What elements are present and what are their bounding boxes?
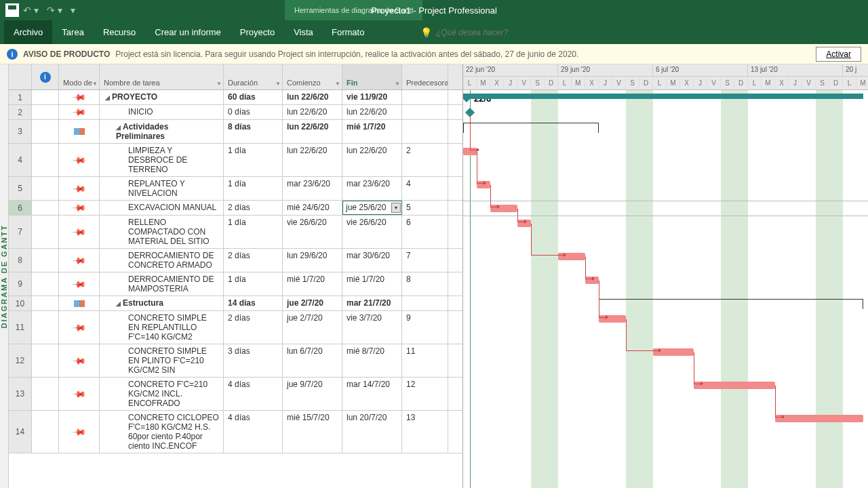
cell-duration[interactable]: 2 días <box>224 249 283 272</box>
cell-end[interactable]: vie 3/7/20 <box>342 311 402 344</box>
chevron-down-icon[interactable]: ▼ <box>395 81 400 87</box>
cell-info[interactable] <box>32 344 59 377</box>
cell-start[interactable]: lun 6/7/20 <box>283 344 342 377</box>
cell-info[interactable] <box>32 201 59 215</box>
collapse-icon[interactable]: ◢ <box>105 94 110 101</box>
cell-info[interactable] <box>32 272 59 296</box>
cell-mode[interactable]: 📌 <box>59 311 100 344</box>
cell-end[interactable]: mié 1/7/20 <box>342 120 402 143</box>
cell-predecessors[interactable]: 11 <box>402 344 448 377</box>
table-row[interactable]: 4📌LIMPIEZA Y DESBROCE DE TERRENO1 díalun… <box>9 144 462 177</box>
cell-name[interactable]: LIMPIEZA Y DESBROCE DE TERRENO <box>100 144 224 176</box>
col-end[interactable]: Fin▼ <box>342 64 402 89</box>
activate-button[interactable]: Activar <box>816 47 861 62</box>
cell-mode[interactable]: 📌 <box>59 216 100 248</box>
cell-duration[interactable]: 14 días <box>224 296 283 310</box>
cell-info[interactable] <box>32 249 59 272</box>
tab-file[interactable]: Archivo <box>4 20 52 44</box>
tab-resource[interactable]: Recurso <box>94 20 145 44</box>
cell-id[interactable]: 2 <box>9 105 32 119</box>
table-row[interactable]: 3◢Actividades Preliminares8 díaslun 22/6… <box>9 120 462 144</box>
tab-view[interactable]: Vista <box>284 20 323 44</box>
col-mode[interactable]: Modo de▼ <box>59 64 100 89</box>
cell-start[interactable]: lun 22/6/20 <box>283 120 342 143</box>
cell-duration[interactable]: 1 día <box>224 177 283 200</box>
cell-end[interactable]: vie 26/6/20 <box>342 216 402 248</box>
cell-end[interactable]: mar 30/6/20 <box>342 249 402 272</box>
cell-id[interactable]: 6 <box>9 201 32 215</box>
cell-mode[interactable]: 📌 <box>59 201 100 215</box>
cell-mode[interactable]: 📌 <box>59 90 100 104</box>
cell-mode[interactable]: 📌 <box>59 411 100 453</box>
collapse-icon[interactable]: ◢ <box>116 124 121 131</box>
cell-id[interactable]: 10 <box>9 296 32 310</box>
cell-end[interactable]: vie 11/9/20 <box>342 90 402 104</box>
cell-id[interactable]: 8 <box>9 249 32 272</box>
cell-start[interactable]: mié 1/7/20 <box>283 272 342 296</box>
cell-end[interactable]: mar 23/6/20 <box>342 177 402 200</box>
table-row[interactable]: 2📌INICIO0 díaslun 22/6/20lun 22/6/20 <box>9 105 462 120</box>
cell-id[interactable]: 7 <box>9 216 32 248</box>
cell-end-editing[interactable]: jue 25/6/20▾ <box>342 201 402 215</box>
cell-predecessors[interactable]: 2 <box>402 144 448 176</box>
cell-id[interactable]: 1 <box>9 90 32 104</box>
cell-predecessors[interactable]: 6 <box>402 216 448 248</box>
cell-start[interactable]: vie 26/6/20 <box>283 216 342 248</box>
summary-bar[interactable] <box>463 94 863 99</box>
chevron-down-icon[interactable]: ▼ <box>335 81 340 87</box>
save-icon[interactable] <box>5 3 19 17</box>
cell-duration[interactable]: 0 días <box>224 105 283 119</box>
cell-name[interactable]: EXCAVACION MANUAL <box>100 201 224 215</box>
cell-id[interactable]: 12 <box>9 344 32 377</box>
cell-end[interactable]: lun 22/6/20 <box>342 105 402 119</box>
cell-duration[interactable]: 1 día <box>224 144 283 176</box>
cell-predecessors[interactable] <box>402 105 448 119</box>
cell-predecessors[interactable]: 4 <box>402 177 448 200</box>
cell-duration[interactable]: 2 días <box>224 201 283 215</box>
summary-bracket[interactable] <box>463 123 599 129</box>
col-duration[interactable]: Duración▼ <box>224 64 283 89</box>
table-row[interactable]: 12📌CONCRETO SIMPLE EN PLINTO F'C=210 KG/… <box>9 344 462 378</box>
cell-end[interactable]: mié 8/7/20 <box>342 344 402 377</box>
cell-predecessors[interactable] <box>402 296 448 310</box>
chevron-down-icon[interactable]: ▼ <box>216 81 222 87</box>
cell-mode[interactable]: 📌 <box>59 378 100 410</box>
cell-mode[interactable]: 📌 <box>59 144 100 176</box>
cell-info[interactable] <box>32 411 59 453</box>
cell-mode[interactable]: 📌 <box>59 272 100 296</box>
cell-duration[interactable]: 4 días <box>224 378 283 410</box>
collapse-icon[interactable]: ◢ <box>116 300 121 307</box>
cell-id[interactable]: 3 <box>9 120 32 143</box>
cell-predecessors[interactable]: 7 <box>402 249 448 272</box>
summary-bracket[interactable] <box>599 299 863 306</box>
cell-name[interactable]: CONCRETO SIMPLE EN PLINTO F'C=210 KG/CM2… <box>100 344 224 377</box>
cell-mode[interactable] <box>59 296 100 310</box>
cell-mode[interactable]: 📌 <box>59 249 100 272</box>
cell-predecessors[interactable]: 8 <box>402 272 448 296</box>
cell-duration[interactable]: 8 días <box>224 120 283 143</box>
cell-info[interactable] <box>32 378 59 410</box>
tell-me-input[interactable] <box>436 28 572 37</box>
cell-name[interactable]: DERROCAMIENTO DE CONCRETO ARMADO <box>100 249 224 272</box>
table-row[interactable]: 9📌DERROCAMIENTO DE MAMPOSTERIA1 díamié 1… <box>9 272 462 296</box>
cell-start[interactable]: jue 2/7/20 <box>283 296 342 310</box>
cell-start[interactable]: lun 22/6/20 <box>283 90 342 104</box>
cell-name[interactable]: RELLENO COMPACTADO CON MATERIAL DEL SITI… <box>100 216 224 248</box>
cell-mode[interactable]: 📌 <box>59 177 100 200</box>
table-row[interactable]: 7📌RELLENO COMPACTADO CON MATERIAL DEL SI… <box>9 216 462 249</box>
col-start[interactable]: Comienzo▼ <box>283 64 342 89</box>
tab-project[interactable]: Proyecto <box>231 20 284 44</box>
cell-info[interactable] <box>32 90 59 104</box>
cell-duration[interactable]: 1 día <box>224 272 283 296</box>
task-bar[interactable] <box>694 382 775 389</box>
cell-duration[interactable]: 1 día <box>224 216 283 248</box>
cell-id[interactable]: 13 <box>9 378 32 410</box>
tab-format[interactable]: Formato <box>322 20 374 44</box>
col-info[interactable]: i <box>32 64 59 89</box>
col-predecessors[interactable]: Predecesora <box>402 64 448 89</box>
cell-info[interactable] <box>32 296 59 310</box>
cell-name[interactable]: ◢Estructura <box>100 296 224 310</box>
cell-info[interactable] <box>32 144 59 176</box>
cell-start[interactable]: lun 29/6/20 <box>283 249 342 272</box>
cell-info[interactable] <box>32 177 59 200</box>
